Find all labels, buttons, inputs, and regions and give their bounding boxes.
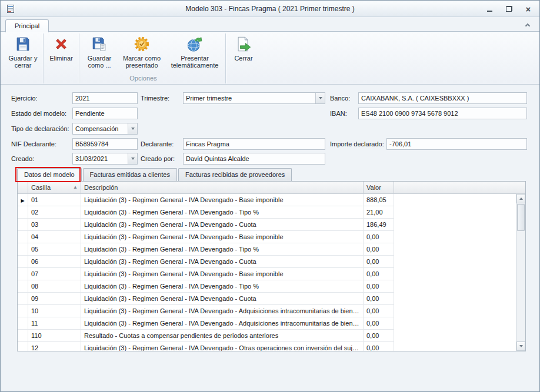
column-header-casilla[interactable]: Casilla ▲: [28, 182, 81, 193]
cell-valor: 888,05: [364, 194, 394, 206]
dropdown-arrow-icon[interactable]: [128, 153, 137, 164]
table-row[interactable]: 08 Liquidación (3) - Regimen General - I…: [18, 280, 516, 293]
globe-upload-icon: [186, 35, 204, 53]
declarante-label: Declarante:: [141, 138, 174, 150]
guardar-y-cerrar-button[interactable]: Guardar y cerrar: [5, 33, 41, 71]
maximize-button[interactable]: [504, 4, 514, 14]
column-header-valor[interactable]: Valor: [364, 182, 394, 193]
ribbon-collapse-button[interactable]: [523, 22, 532, 31]
cerrar-button[interactable]: Cerrar: [228, 33, 259, 63]
cell-filler: [394, 194, 516, 206]
cell-valor: 0,00: [364, 305, 394, 317]
scroll-down-button[interactable]: [516, 341, 525, 351]
app-icon: [6, 4, 15, 14]
cell-filler: [394, 206, 516, 219]
grid-body: ▶ 01 Liquidación (3) - Regimen General -…: [18, 194, 516, 351]
row-selector-cell: [18, 231, 28, 243]
save-icon: [14, 35, 32, 53]
marcar-como-presentado-button[interactable]: Marcar como presentado: [117, 33, 166, 71]
ribbon-tab-strip: Principal: [1, 17, 539, 32]
minimize-button[interactable]: [484, 4, 495, 14]
banco-label: Banco:: [330, 92, 350, 104]
creado-date-combo[interactable]: 31/03/2021: [72, 153, 138, 165]
row-selector-cell: [18, 330, 28, 342]
table-row[interactable]: ▶ 01 Liquidación (3) - Regimen General -…: [18, 194, 516, 206]
nif-declarante-field[interactable]: B58959784: [72, 138, 138, 150]
cell-descripcion: Liquidación (3) - Regimen General - IVA …: [81, 280, 364, 293]
cell-casilla: 10: [28, 305, 81, 317]
tab-principal[interactable]: Principal: [5, 19, 49, 32]
table-row[interactable]: 04 Liquidación (3) - Regimen General - I…: [18, 231, 516, 243]
current-row-icon: ▶: [21, 198, 24, 203]
tab-facturas-emitidas[interactable]: Facturas emitidas a clientes: [83, 168, 177, 181]
cell-valor: 186,49: [364, 219, 394, 231]
row-selector-cell: [18, 256, 28, 268]
ejercicio-field[interactable]: 2021: [72, 92, 138, 104]
importe-declarado-field[interactable]: -706,01: [386, 138, 527, 150]
cell-casilla: 08: [28, 280, 81, 293]
table-row[interactable]: 07 Liquidación (3) - Regimen General - I…: [18, 268, 516, 280]
tab-facturas-recibidas[interactable]: Facturas recibidas de proveedores: [178, 168, 292, 181]
table-row[interactable]: 03 Liquidación (3) - Regimen General - I…: [18, 219, 516, 231]
close-form-icon: [235, 35, 252, 53]
vertical-scrollbar[interactable]: [516, 194, 525, 351]
app-window: Modelo 303 - Fincas Pragma ( 2021 Primer…: [0, 0, 540, 392]
cell-filler: [394, 231, 516, 243]
table-row[interactable]: 11 Liquidación (3) - Regimen General - I…: [18, 317, 516, 330]
trimestre-combo[interactable]: Primer trimestre: [183, 92, 325, 104]
data-grid: Casilla ▲ Descripción Valor ▶ 01 Liquida…: [17, 181, 526, 351]
scrollbar-thumb[interactable]: [517, 204, 525, 231]
cell-casilla: 02: [28, 206, 81, 219]
cell-descripcion: Liquidación (3) - Regimen General - IVA …: [81, 268, 364, 280]
window-title: Modelo 303 - Fincas Pragma ( 2021 Primer…: [1, 5, 539, 13]
scroll-up-button[interactable]: [516, 194, 525, 203]
cell-descripcion: Liquidación (3) - Regimen General - IVA …: [81, 317, 364, 330]
table-row[interactable]: 02 Liquidación (3) - Regimen General - I…: [18, 206, 516, 219]
estado-modelo-field[interactable]: Pendiente: [72, 108, 138, 119]
table-row[interactable]: 06 Liquidación (3) - Regimen General - I…: [18, 256, 516, 268]
cell-casilla: 06: [28, 256, 81, 268]
declarante-field[interactable]: Fincas Pragma: [183, 138, 325, 150]
cell-casilla: 09: [28, 293, 81, 305]
column-header-descripcion[interactable]: Descripción: [81, 182, 364, 193]
table-row[interactable]: 12 Liquidación (3) - Regimen General - I…: [18, 342, 516, 351]
row-selector-cell: [18, 243, 28, 256]
guardar-como-button[interactable]: Guardar como ...: [82, 33, 117, 71]
cell-filler: [394, 293, 516, 305]
creado-por-label: Creado por:: [141, 153, 175, 165]
creado-por-field[interactable]: David Quintas Alcalde: [183, 153, 325, 165]
cell-valor: 0,00: [364, 293, 394, 305]
iban-field[interactable]: ES48 2100 0900 9734 5678 9012: [358, 108, 527, 119]
dropdown-arrow-icon[interactable]: [128, 123, 137, 134]
table-row[interactable]: 09 Liquidación (3) - Regimen General - I…: [18, 293, 516, 305]
nif-declarante-label: NIF Declarante:: [11, 138, 56, 150]
cell-valor: 0,00: [364, 268, 394, 280]
row-selector-cell: [18, 342, 28, 351]
table-row[interactable]: 110 Resultado - Cuotas a compensar pendi…: [18, 330, 516, 342]
cell-filler: [394, 268, 516, 280]
cell-descripcion: Liquidación (3) - Regimen General - IVA …: [81, 342, 364, 351]
banco-field[interactable]: CAIXABANK, S.A. ( CAIXESBBXXX ): [358, 92, 527, 104]
ribbon-separator: [43, 33, 44, 83]
ribbon-separator: [225, 33, 226, 83]
row-selector-cell: [18, 206, 28, 219]
cell-descripcion: Resultado - Cuotas a compensar pendiente…: [81, 330, 364, 342]
cell-descripcion: Liquidación (3) - Regimen General - IVA …: [81, 243, 364, 256]
tipo-declaracion-combo[interactable]: Compensación: [72, 123, 138, 135]
cell-valor: 0,00: [364, 243, 394, 256]
arrow-down-icon: [519, 345, 523, 347]
cell-filler: [394, 256, 516, 268]
header-filler: [394, 182, 525, 193]
window-controls: ×: [484, 4, 534, 14]
dropdown-arrow-icon[interactable]: [315, 93, 325, 103]
eliminar-button[interactable]: Eliminar: [46, 33, 76, 63]
cell-descripcion: Liquidación (3) - Regimen General - IVA …: [81, 206, 364, 219]
iban-label: IBAN:: [330, 108, 347, 119]
table-row[interactable]: 10 Liquidación (3) - Regimen General - I…: [18, 305, 516, 317]
close-button[interactable]: ×: [523, 4, 534, 14]
minimize-icon: [487, 11, 492, 12]
presentar-telematicamente-button[interactable]: Presentar telemáticamente: [166, 33, 223, 71]
tab-datos-del-modelo[interactable]: Datos del modelo: [17, 168, 82, 181]
seal-icon: [133, 35, 151, 53]
table-row[interactable]: 05 Liquidación (3) - Regimen General - I…: [18, 243, 516, 256]
